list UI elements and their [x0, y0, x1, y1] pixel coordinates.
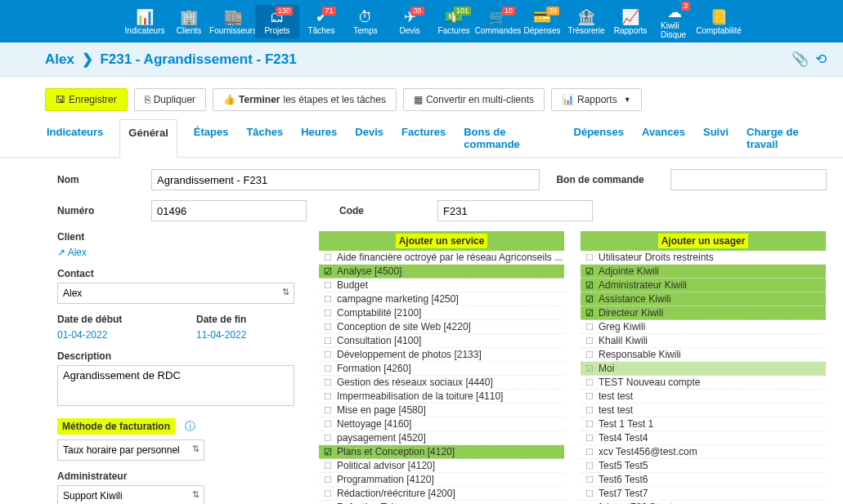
- tab-général[interactable]: Général: [119, 119, 177, 158]
- tab-devis[interactable]: Devis: [353, 119, 385, 157]
- nav-indicateurs[interactable]: 📊Indicateurs: [123, 5, 167, 38]
- user-row[interactable]: ☐fgh test789@test.com: [581, 501, 826, 504]
- user-row[interactable]: ☐Test5 Test5: [581, 459, 826, 473]
- nav-comptabilite[interactable]: 📒Comptabilité: [697, 5, 741, 38]
- breadcrumb-client[interactable]: Alex: [45, 51, 74, 67]
- service-row[interactable]: ☐Nettoyage [4160]: [319, 417, 564, 431]
- user-row[interactable]: ☐Khalil Kiwili: [581, 334, 826, 348]
- nav-fournisseurs[interactable]: 🏬Fournisseurs: [211, 5, 255, 38]
- nav-depenses[interactable]: 💳39Dépenses: [520, 5, 564, 38]
- temps-icon: ⏱: [358, 10, 373, 25]
- duplicate-button[interactable]: ⎘ Dupliquer: [134, 88, 206, 111]
- tab-avances[interactable]: Avances: [640, 119, 687, 157]
- user-row[interactable]: ☑Moi: [581, 362, 826, 376]
- checkbox-icon: ☐: [319, 488, 337, 499]
- service-row[interactable]: ☑Analyse [4500]: [319, 265, 564, 279]
- service-row[interactable]: ☐paysagement [4520]: [319, 431, 564, 445]
- client-link[interactable]: ↗ Alex: [57, 247, 87, 258]
- user-row[interactable]: ☐test test: [581, 404, 826, 417]
- tab-charge-de-travail[interactable]: Charge de travail: [745, 119, 827, 157]
- reports-button[interactable]: 📊 Rapports▼: [551, 88, 642, 111]
- service-row[interactable]: ☐Formation [4260]: [319, 362, 564, 376]
- input-numero[interactable]: [151, 200, 307, 221]
- service-row[interactable]: ☐Développement de photos [2133]: [319, 348, 564, 362]
- select-contact[interactable]: Alex: [57, 283, 294, 304]
- user-row[interactable]: ☑Adjointe Kiwili: [581, 265, 826, 279]
- nav-rapports[interactable]: 📈Rapports: [608, 5, 652, 38]
- checkbox-icon: ☐: [581, 350, 599, 360]
- nav-factures[interactable]: 💵101Factures: [432, 5, 476, 38]
- service-row[interactable]: ☐Mise en page [4580]: [319, 404, 564, 417]
- checkbox-icon: ☐: [319, 322, 337, 332]
- service-row[interactable]: ☐Conception de site Web [4220]: [319, 320, 564, 334]
- convert-button[interactable]: ▦ Convertir en multi-clients: [403, 88, 545, 111]
- finish-button[interactable]: 👍 Terminer les étapes et les tâches: [213, 88, 397, 111]
- service-row[interactable]: ☐Political advisor [4120]: [319, 459, 564, 473]
- date-debut-link[interactable]: 01-04-2022: [57, 329, 107, 341]
- user-row[interactable]: ☐Utilisateur Droits restreints: [581, 251, 826, 265]
- user-label: Administrateur Kiwili: [599, 279, 687, 291]
- service-row[interactable]: ☐Aide financière octroyé par le réseau A…: [319, 251, 564, 265]
- service-label: Mise en page [4580]: [337, 404, 426, 416]
- service-row[interactable]: ☑Plans et Conception [4120]: [319, 445, 564, 459]
- tab-heures[interactable]: Heures: [299, 119, 339, 157]
- tab-indicateurs[interactable]: Indicateurs: [45, 119, 105, 157]
- service-row[interactable]: ☐Rédaction/réécriture [4200]: [319, 487, 564, 501]
- user-row[interactable]: ☐Greg Kiwili: [581, 320, 826, 334]
- user-row[interactable]: ☐Test6 Test6: [581, 473, 826, 487]
- user-row[interactable]: ☑Assistance Kiwili: [581, 292, 826, 306]
- user-row[interactable]: ☐Responsable Kiwili: [581, 348, 826, 362]
- tab-étapes[interactable]: Étapes: [192, 119, 231, 157]
- tab-dépenses[interactable]: Dépenses: [572, 119, 626, 157]
- nav-projets[interactable]: 🗂130Projets: [255, 5, 299, 38]
- nav-tresorerie[interactable]: 🏦Trésorerie: [564, 5, 608, 38]
- input-code[interactable]: [437, 200, 593, 221]
- input-description[interactable]: [57, 365, 294, 406]
- user-row[interactable]: ☑Directeur Kiwili: [581, 306, 826, 320]
- service-label: Consultation [4100]: [337, 335, 421, 346]
- nav-kiwili-disque[interactable]: ☁3Kiwili Disque: [652, 0, 697, 42]
- user-row[interactable]: ☑Administrateur Kiwili: [581, 279, 826, 292]
- nav-commandes[interactable]: 🛒10Commandes: [476, 5, 520, 38]
- nav-clients[interactable]: 🏢Clients: [167, 5, 211, 38]
- user-row[interactable]: ☐test test: [581, 390, 826, 404]
- select-admin[interactable]: Support Kiwili: [57, 485, 204, 504]
- attachment-icon[interactable]: 📎: [791, 51, 809, 68]
- info-icon-methode[interactable]: ⓘ: [185, 420, 195, 432]
- select-methode[interactable]: Taux horaire par personnel: [57, 439, 204, 461]
- nav-temps[interactable]: ⏱Temps: [343, 5, 388, 38]
- service-label: Rédaction/réécriture [4200]: [337, 488, 455, 499]
- tab-tâches[interactable]: Tâches: [244, 119, 285, 157]
- nav-label: Commandes: [475, 26, 522, 35]
- clients-icon: 🏢: [180, 10, 198, 25]
- input-nom[interactable]: [151, 169, 540, 190]
- input-bon[interactable]: [670, 169, 827, 190]
- user-row[interactable]: ☐Test 1 Test 1: [581, 417, 826, 431]
- user-row[interactable]: ☐xcv Test456@test.com: [581, 445, 826, 459]
- form: Nom Bon de commande Numéro Code Client ↗…: [0, 158, 843, 504]
- history-icon[interactable]: ⟲: [815, 51, 827, 68]
- service-row[interactable]: ☐Impermeabilisation de la toiture [4110]: [319, 390, 564, 404]
- service-row[interactable]: ☐Consultation [4100]: [319, 334, 564, 348]
- service-row[interactable]: ☐Refection Toiture: [319, 501, 564, 504]
- service-row[interactable]: ☐Budget: [319, 279, 564, 292]
- user-label: Responsable Kiwili: [599, 349, 681, 360]
- nav-taches[interactable]: ✔71Tâches: [299, 5, 343, 38]
- checkbox-icon: ☐: [319, 252, 337, 263]
- service-row[interactable]: ☐Programmation [4120]: [319, 473, 564, 487]
- tab-bons-de-commande[interactable]: Bons de commande: [462, 119, 557, 157]
- user-row[interactable]: ☐Test4 Test4: [581, 431, 826, 445]
- service-row[interactable]: ☐Gestion des réseaux sociaux [4440]: [319, 376, 564, 390]
- nav-devis[interactable]: ✈35Devis: [388, 5, 432, 38]
- user-row[interactable]: ☐TEST Nouveau compte: [581, 376, 826, 390]
- tab-suivi[interactable]: Suivi: [702, 119, 730, 157]
- nav-label: Clients: [177, 26, 202, 35]
- service-row[interactable]: ☐Comptabilité [2100]: [319, 306, 564, 320]
- tab-factures[interactable]: Factures: [400, 119, 447, 157]
- nav-label: Rapports: [614, 26, 648, 35]
- date-fin-link[interactable]: 11-04-2022: [196, 329, 246, 341]
- service-row[interactable]: ☐campagne marketing [4250]: [319, 292, 564, 306]
- save-button[interactable]: 🖫 Enregistrer: [45, 88, 128, 111]
- user-row[interactable]: ☐Test7 Test7: [581, 487, 826, 501]
- checkbox-icon: ☐: [319, 364, 337, 374]
